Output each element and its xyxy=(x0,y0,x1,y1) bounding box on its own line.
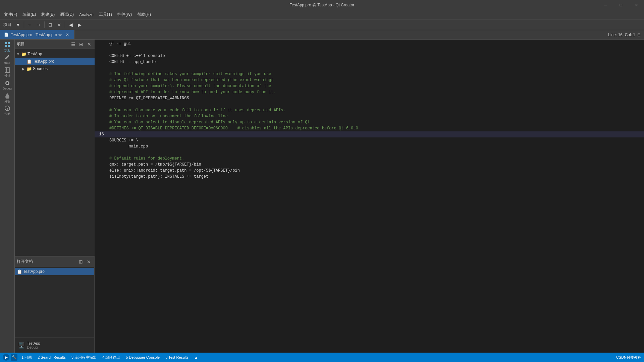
tab-testapp-pro[interactable]: 📄 TestApp.pro TestApp.pro ✕ xyxy=(0,30,74,39)
line-content-11 xyxy=(108,101,644,107)
panel-filter-btn[interactable]: ☰ xyxy=(70,41,76,48)
status-tab-test[interactable]: 8 Test Results xyxy=(163,355,191,360)
tree-item-sources[interactable]: ▶ 📁 Sources xyxy=(15,65,95,72)
maximize-button[interactable]: □ xyxy=(613,0,629,10)
line-content-16 xyxy=(108,131,644,137)
code-line-16: 16 xyxy=(95,131,644,137)
status-tab-search[interactable]: 2 Search Results xyxy=(35,355,68,360)
tree-label-pro: TestApp.pro xyxy=(33,59,54,64)
toolbar-project-label: 项目 xyxy=(1,22,13,27)
run-button[interactable]: ▶ xyxy=(3,354,9,361)
sidebar-label-help: 帮助 xyxy=(4,112,10,116)
open-docs-header: 打开文档 ⊞ ✕ xyxy=(15,257,94,266)
sidebar-label-debug: Debug xyxy=(3,87,12,90)
sidebar-item-edit[interactable]: 编辑 xyxy=(1,54,13,66)
toolbar-sep-1 xyxy=(24,21,24,28)
main-content: 欢迎 编辑 设计 Debug 分析 ? 帮助 项目 ☰ ⊞ xyxy=(0,40,644,353)
sidebar-label-design: 设计 xyxy=(4,74,10,78)
open-docs-close-btn[interactable]: ✕ xyxy=(86,258,92,265)
open-doc-label: TestApp.pro xyxy=(23,269,45,274)
close-button[interactable]: ✕ xyxy=(629,0,644,10)
toolbar-prev-btn[interactable]: ◀ xyxy=(67,21,75,29)
status-tab-more[interactable]: ▲ xyxy=(192,355,201,360)
status-tab-debugger[interactable]: 5 Debugger Console xyxy=(123,355,162,360)
tab-bar: 📄 TestApp.pro TestApp.pro ✕ Line: 16, Co… xyxy=(0,30,644,40)
toolbar-close-btn[interactable]: ✕ xyxy=(55,21,63,29)
status-tab-compile[interactable]: 4 编译输出 xyxy=(100,354,123,361)
line-num-16: 16 xyxy=(95,131,108,137)
tree-arrow-testapp: ▼ xyxy=(16,52,20,56)
toolbar: 项目 ▼ ← → ⊟ ✕ ◀ ▶ xyxy=(0,19,644,30)
sidebar-item-help[interactable]: ? 帮助 xyxy=(1,105,13,117)
line-content-10: DEFINES += QT_DEPRECATED_WARNINGS xyxy=(108,95,644,101)
toolbar-split-btn[interactable]: ⊟ xyxy=(46,21,54,29)
tab-select[interactable]: TestApp.pro xyxy=(34,32,63,38)
tree-item-testapp[interactable]: ▼ 📁 TestApp xyxy=(15,50,95,58)
code-line-1: QT -= gui xyxy=(95,41,644,47)
open-docs-split-btn[interactable]: ⊞ xyxy=(77,258,84,265)
code-line-2 xyxy=(95,47,644,53)
sidebar-item-debug[interactable]: Debug xyxy=(1,79,13,91)
tree-item-testapp-pro[interactable]: ▶ 📋 TestApp.pro xyxy=(15,58,95,65)
line-content-3: CONFIG += c++11 console xyxy=(108,53,644,59)
status-tab-problems[interactable]: 1 问题 xyxy=(19,354,35,361)
tab-close-btn[interactable]: ✕ xyxy=(65,32,70,38)
toolbar-forward-btn[interactable]: → xyxy=(35,21,43,29)
toolbar-sep-3 xyxy=(65,21,65,28)
panel-close-btn[interactable]: ✕ xyxy=(86,41,93,48)
line-content-13: # In order to do so, uncomment the follo… xyxy=(108,113,644,119)
toolbar-sep-2 xyxy=(44,21,45,28)
tree-label-sources: Sources xyxy=(33,66,48,71)
open-doc-testapp-pro[interactable]: 📋 TestApp.pro xyxy=(15,268,94,275)
line-col-text: Line: 16, Col: 1 xyxy=(608,33,635,37)
build-button[interactable]: 🔨 xyxy=(11,354,17,361)
menu-help[interactable]: 帮助(H) xyxy=(135,10,154,19)
line-content-21: qnx: target.path = /tmp/$${TARGET}/bin xyxy=(108,162,644,168)
line-num-12 xyxy=(95,107,108,113)
status-right: CSDN付费教程 xyxy=(616,355,641,360)
line-num-11 xyxy=(95,101,108,107)
code-line-4: CONFIG -= app_bundle xyxy=(95,59,644,65)
panel-split-btn[interactable]: ⊞ xyxy=(78,41,85,48)
line-content-22: else: unix:!android: target.path = /opt/… xyxy=(108,168,644,174)
code-line-3: CONFIG += c++11 console xyxy=(95,53,644,59)
editor-content[interactable]: QT -= gui CONFIG += c++11 console CONFIG… xyxy=(95,40,644,353)
sidebar-item-design[interactable]: 设计 xyxy=(1,66,13,78)
line-content-6: # The following define makes your compil… xyxy=(108,71,644,77)
device-icon: 🖥️ xyxy=(18,342,25,349)
line-content-14: # You can also select to disable depreca… xyxy=(108,119,644,125)
device-info: TestApp Debug xyxy=(27,341,40,349)
toolbar-back-btn[interactable]: ← xyxy=(26,21,34,29)
tree-icon-pro: 📋 xyxy=(26,59,32,64)
line-col-info: Line: 16, Col: 1 ⊟ xyxy=(608,33,644,37)
code-line-14: # You can also select to disable depreca… xyxy=(95,119,644,125)
menu-edit[interactable]: 编辑(E) xyxy=(20,10,39,19)
menu-debug[interactable]: 调试(D) xyxy=(57,10,76,19)
status-tab-app-output[interactable]: 3 应用程序输出 xyxy=(69,354,99,361)
open-docs-tree: 📋 TestApp.pro xyxy=(15,266,94,338)
window-title: TestApp.pro @ TestApp - Qt Creator xyxy=(290,3,355,7)
tree-icon-testapp: 📁 xyxy=(21,52,26,57)
toolbar-dropdown-btn[interactable]: ▼ xyxy=(14,21,22,29)
line-content-7: # any Qt feature that has been marked de… xyxy=(108,77,644,83)
menu-file[interactable]: 文件(F) xyxy=(1,10,20,19)
menu-tools[interactable]: 工具(T) xyxy=(96,10,115,19)
code-line-5 xyxy=(95,65,644,71)
menu-build[interactable]: 构建(B) xyxy=(39,10,57,19)
project-panel-header: 项目 ☰ ⊞ ✕ xyxy=(15,40,95,49)
sidebar-item-analyze[interactable]: 分析 xyxy=(1,92,13,104)
line-num-8 xyxy=(95,83,108,89)
line-num-17 xyxy=(95,137,108,143)
device-sublabel: Debug xyxy=(27,345,40,349)
toolbar-next-btn[interactable]: ▶ xyxy=(75,21,84,29)
code-line-17: SOURCES += \ xyxy=(95,137,644,143)
minimize-button[interactable]: ─ xyxy=(598,0,613,10)
code-line-6: # The following define makes your compil… xyxy=(95,71,644,77)
status-tabs: 1 问题 2 Search Results 3 应用程序输出 4 编译输出 5 … xyxy=(19,354,201,361)
sidebar-item-welcome[interactable]: 欢迎 xyxy=(1,41,13,53)
menu-analyze[interactable]: Analyze xyxy=(76,11,96,18)
project-tree: ▼ 📁 TestApp ▶ 📋 TestApp.pro ▶ 📁 Sources xyxy=(15,49,95,256)
menu-widgets[interactable]: 控件(W) xyxy=(115,10,135,19)
watermark-text: CSDN付费教程 xyxy=(616,355,641,360)
code-line-20: # Default rules for deployment. xyxy=(95,156,644,162)
